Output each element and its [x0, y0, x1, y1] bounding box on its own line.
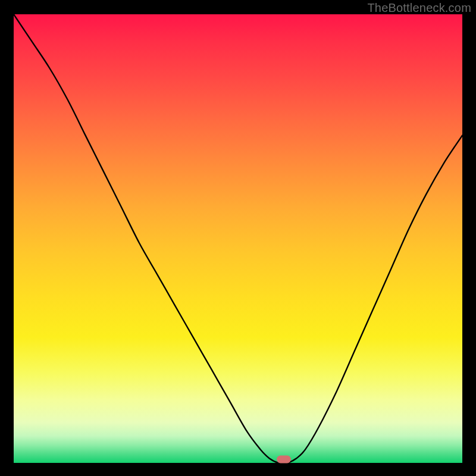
- watermark-text: TheBottleneck.com: [367, 1, 471, 15]
- minimum-marker: [277, 455, 291, 463]
- plot-area: [14, 14, 462, 463]
- bottleneck-curve: [14, 14, 462, 463]
